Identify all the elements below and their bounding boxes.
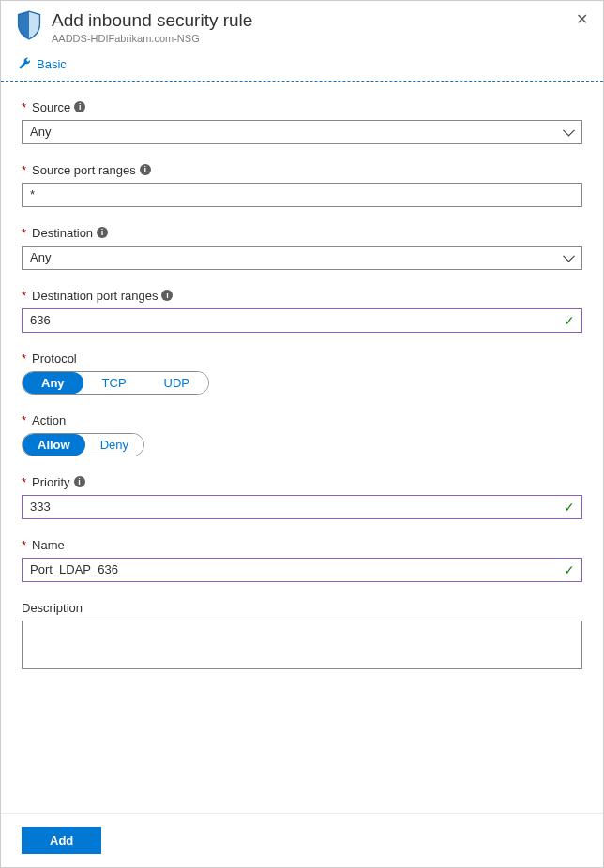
label-priority: *Priority i	[22, 475, 582, 489]
field-source-port-ranges: *Source port ranges i	[22, 163, 582, 207]
footer: Add	[1, 813, 603, 867]
info-icon[interactable]: i	[74, 476, 85, 487]
field-destination-port-ranges: *Destination port ranges i ✓	[22, 289, 582, 333]
blade-header: Add inbound security rule AADDS-HDIFabri…	[1, 1, 603, 52]
info-icon[interactable]: i	[161, 290, 173, 301]
shield-icon	[16, 10, 42, 40]
field-source: *Source i Any	[22, 100, 582, 144]
field-action: *Action Allow Deny	[22, 413, 582, 456]
basic-mode-link[interactable]: Basic	[37, 57, 67, 71]
action-toggle: Allow Deny	[22, 433, 144, 456]
action-allow[interactable]: Allow	[23, 434, 85, 456]
wrench-icon	[18, 57, 31, 70]
protocol-udp[interactable]: UDP	[145, 372, 208, 394]
label-protocol: *Protocol	[22, 352, 582, 366]
info-icon[interactable]: i	[74, 101, 85, 112]
blade-subtitle: AADDS-HDIFabrikam.com-NSG	[52, 33, 588, 44]
label-action: *Action	[22, 413, 582, 427]
field-description: Description	[22, 601, 582, 672]
info-icon[interactable]: i	[140, 164, 151, 175]
info-icon[interactable]: i	[97, 227, 108, 238]
protocol-tcp[interactable]: TCP	[83, 372, 145, 394]
blade-title: Add inbound security rule	[52, 10, 588, 32]
description-textarea[interactable]	[22, 621, 582, 669]
close-button[interactable]: ✕	[574, 10, 590, 29]
protocol-toggle: Any TCP UDP	[22, 371, 209, 395]
label-destination: *Destination i	[22, 226, 582, 240]
field-protocol: *Protocol Any TCP UDP	[22, 352, 582, 395]
mode-toggle-row: Basic	[1, 52, 603, 81]
label-description: Description	[22, 601, 582, 615]
field-priority: *Priority i ✓	[22, 475, 582, 519]
source-port-ranges-input[interactable]	[22, 183, 582, 207]
form-area: *Source i Any *Source port ranges i *Des…	[1, 82, 603, 813]
destination-select[interactable]: Any	[22, 246, 582, 270]
name-input[interactable]	[22, 558, 582, 582]
add-button[interactable]: Add	[22, 827, 101, 854]
action-deny[interactable]: Deny	[85, 434, 143, 456]
protocol-any[interactable]: Any	[23, 372, 83, 394]
label-name: *Name	[22, 538, 582, 552]
label-source: *Source i	[22, 100, 582, 114]
field-destination: *Destination i Any	[22, 226, 582, 270]
priority-input[interactable]	[22, 495, 582, 519]
field-name: *Name ✓	[22, 538, 582, 582]
destination-port-ranges-input[interactable]	[22, 308, 582, 333]
label-source-port-ranges: *Source port ranges i	[22, 163, 582, 177]
source-select[interactable]: Any	[22, 120, 582, 144]
header-text: Add inbound security rule AADDS-HDIFabri…	[52, 10, 588, 44]
label-destination-port-ranges: *Destination port ranges i	[22, 289, 582, 303]
